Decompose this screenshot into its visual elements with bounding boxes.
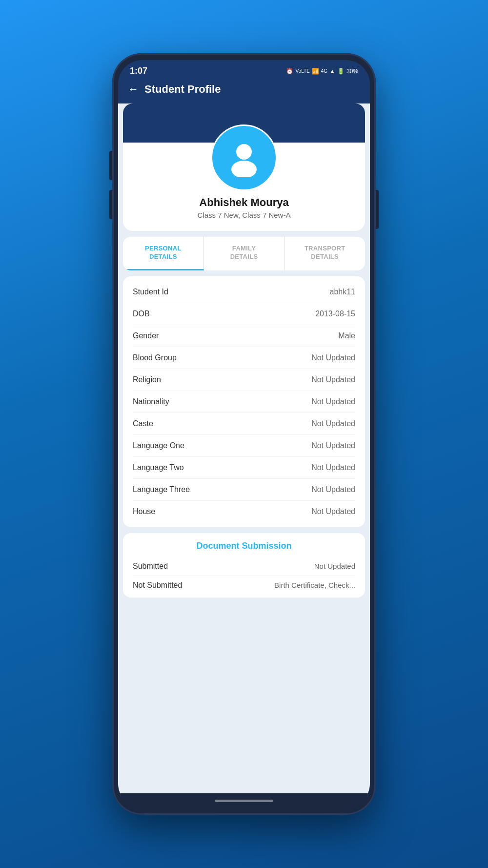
detail-row-blood-group: Blood Group Not Updated xyxy=(133,347,355,369)
profile-card: Abhishek Mourya Class 7 New, Class 7 New… xyxy=(123,103,365,231)
doc-row-not-submitted: Not Submitted Birth Certificate, Check..… xyxy=(133,576,355,593)
label-house: House xyxy=(133,507,155,516)
status-time: 1:07 xyxy=(130,66,147,76)
tab-family-details[interactable]: FAMILYDETAILS xyxy=(204,237,285,270)
detail-row-language-two: Language Two Not Updated xyxy=(133,457,355,479)
label-language-two: Language Two xyxy=(133,463,184,472)
volte-icon: VoLTE xyxy=(295,68,309,74)
label-not-submitted: Not Submitted xyxy=(133,581,182,590)
phone-screen: 1:07 ⏰ VoLTE 📶 4G ▲ 🔋 30% ← Student Prof… xyxy=(118,60,370,808)
signal-4g-icon: 4G xyxy=(321,68,327,74)
wifi-icon: 📶 xyxy=(312,68,319,75)
value-blood-group: Not Updated xyxy=(311,353,355,362)
svg-point-1 xyxy=(231,161,257,177)
document-title: Document Submission xyxy=(133,541,355,551)
battery-percent: 30% xyxy=(346,68,358,75)
home-indicator xyxy=(118,793,370,808)
avatar-icon xyxy=(224,138,264,177)
label-caste: Caste xyxy=(133,419,153,428)
home-bar xyxy=(215,800,273,802)
status-icons: ⏰ VoLTE 📶 4G ▲ 🔋 30% xyxy=(286,68,358,75)
label-gender: Gender xyxy=(133,331,159,340)
value-student-id: abhk11 xyxy=(330,288,356,296)
label-blood-group: Blood Group xyxy=(133,353,177,362)
value-not-submitted: Birth Certificate, Check... xyxy=(274,581,355,589)
detail-row-house: House Not Updated xyxy=(133,501,355,522)
tabs-container: PERSONALDETAILS FAMILYDETAILS TRANSPORTD… xyxy=(123,237,365,270)
value-nationality: Not Updated xyxy=(311,397,355,406)
detail-row-language-one: Language One Not Updated xyxy=(133,435,355,457)
tab-transport-details[interactable]: TRANSPORTDETAILS xyxy=(285,237,365,270)
back-button[interactable]: ← xyxy=(128,83,139,96)
label-language-one: Language One xyxy=(133,441,184,450)
battery-icon: 🔋 xyxy=(337,68,345,75)
value-language-two: Not Updated xyxy=(311,463,355,472)
student-class: Class 7 New, Class 7 New-A xyxy=(198,211,291,219)
label-submitted: Submitted xyxy=(133,562,168,571)
value-caste: Not Updated xyxy=(311,419,355,428)
detail-row-caste: Caste Not Updated xyxy=(133,413,355,435)
label-dob: DOB xyxy=(133,310,150,318)
detail-row-nationality: Nationality Not Updated xyxy=(133,391,355,413)
student-name: Abhishek Mourya xyxy=(199,196,288,209)
value-dob: 2013-08-15 xyxy=(315,310,355,318)
value-language-three: Not Updated xyxy=(311,485,355,494)
value-religion: Not Updated xyxy=(311,375,355,384)
detail-row-religion: Religion Not Updated xyxy=(133,369,355,391)
tab-personal-details[interactable]: PERSONALDETAILS xyxy=(123,237,204,270)
value-submitted: Not Updated xyxy=(314,562,355,570)
label-religion: Religion xyxy=(133,375,161,384)
nav-bar: ← Student Profile xyxy=(118,79,370,103)
value-language-one: Not Updated xyxy=(311,441,355,450)
phone-frame: 1:07 ⏰ VoLTE 📶 4G ▲ 🔋 30% ← Student Prof… xyxy=(112,53,376,815)
document-card: Document Submission Submitted Not Update… xyxy=(123,533,365,598)
page-title: Student Profile xyxy=(144,83,221,96)
signal-bars-icon: ▲ xyxy=(329,68,335,75)
detail-row-student-id: Student Id abhk11 xyxy=(133,281,355,303)
label-nationality: Nationality xyxy=(133,397,169,406)
alarm-icon: ⏰ xyxy=(286,68,293,75)
personal-details-card: Student Id abhk11 DOB 2013-08-15 Gender … xyxy=(123,276,365,527)
status-bar: 1:07 ⏰ VoLTE 📶 4G ▲ 🔋 30% xyxy=(118,60,370,79)
label-language-three: Language Three xyxy=(133,485,190,494)
label-student-id: Student Id xyxy=(133,288,168,296)
detail-row-language-three: Language Three Not Updated xyxy=(133,479,355,501)
value-house: Not Updated xyxy=(311,507,355,516)
detail-row-gender: Gender Male xyxy=(133,325,355,347)
avatar xyxy=(212,126,276,189)
value-gender: Male xyxy=(338,331,355,340)
content-area: Abhishek Mourya Class 7 New, Class 7 New… xyxy=(118,103,370,793)
svg-point-0 xyxy=(236,144,252,160)
doc-row-submitted: Submitted Not Updated xyxy=(133,557,355,576)
detail-row-dob: DOB 2013-08-15 xyxy=(133,303,355,325)
